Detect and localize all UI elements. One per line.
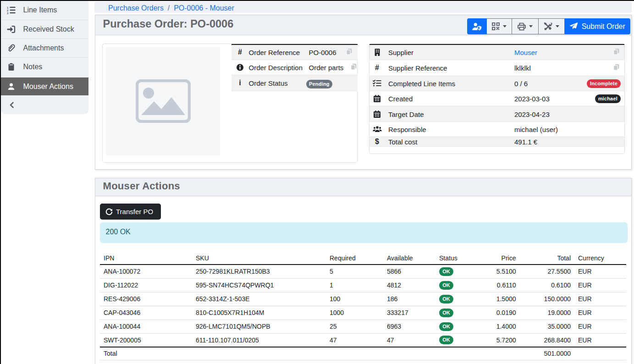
svg-text:3: 3	[7, 12, 9, 15]
